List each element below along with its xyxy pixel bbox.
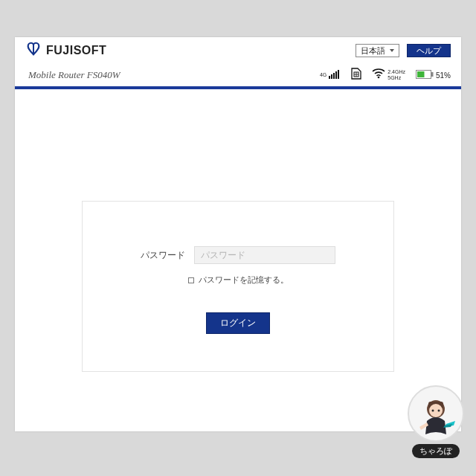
top-right-controls: 日本語 ヘルプ: [356, 44, 451, 57]
avatar-icon: [408, 385, 464, 442]
password-row: パスワード パスワード: [112, 246, 364, 264]
svg-rect-11: [431, 72, 434, 77]
battery-percent: 51%: [436, 71, 451, 80]
language-select[interactable]: 日本語: [356, 44, 399, 57]
svg-point-15: [429, 404, 443, 417]
cellular-status: 4G: [320, 68, 341, 82]
sim-card-icon: [351, 68, 361, 83]
password-input[interactable]: パスワード: [194, 246, 335, 264]
battery-status: 51%: [416, 68, 451, 82]
login-panel: パスワード パスワード パスワードを記憶する。 ログイン: [82, 201, 394, 372]
wifi-status: 2.4GHz 5GHz: [372, 68, 405, 82]
remember-checkbox[interactable]: [188, 277, 194, 283]
remember-label: パスワードを記憶する。: [199, 274, 289, 286]
login-button[interactable]: ログイン: [206, 312, 270, 334]
status-indicators: 4G: [320, 68, 451, 83]
page-subtitle: Mobile Router FS040W: [28, 69, 120, 81]
chevron-down-icon: [390, 49, 394, 52]
watermark-badge: ちゃろぽ: [408, 385, 464, 458]
svg-rect-3: [333, 73, 335, 79]
brand: FUJISOFT: [25, 41, 106, 60]
svg-rect-4: [335, 71, 337, 79]
wifi-icon: [372, 68, 385, 82]
password-label: パスワード: [141, 249, 185, 262]
wifi-band-labels: 2.4GHz 5GHz: [387, 69, 405, 81]
cellular-label: 4G: [320, 72, 327, 78]
sub-bar: Mobile Router FS040W 4G: [15, 64, 461, 86]
watermark-name: ちゃろぽ: [412, 444, 460, 458]
svg-rect-5: [338, 70, 339, 79]
svg-rect-2: [331, 74, 332, 79]
svg-point-9: [378, 77, 380, 79]
brand-logo-icon: [25, 41, 42, 60]
language-selected-label: 日本語: [361, 45, 385, 57]
brand-name: FUJISOFT: [46, 44, 106, 57]
help-button[interactable]: ヘルプ: [407, 44, 451, 57]
svg-point-17: [438, 410, 440, 412]
signal-bars-icon: [329, 68, 341, 82]
svg-point-16: [432, 410, 434, 412]
battery-icon: [416, 68, 434, 82]
app-window: FUJISOFT 日本語 ヘルプ Mobile Router FS040W 4G: [15, 37, 461, 431]
svg-rect-1: [329, 76, 330, 79]
top-bar: FUJISOFT 日本語 ヘルプ: [15, 37, 461, 64]
svg-rect-12: [417, 71, 425, 77]
header-divider: [15, 86, 461, 89]
remember-row: パスワードを記憶する。: [112, 274, 364, 286]
